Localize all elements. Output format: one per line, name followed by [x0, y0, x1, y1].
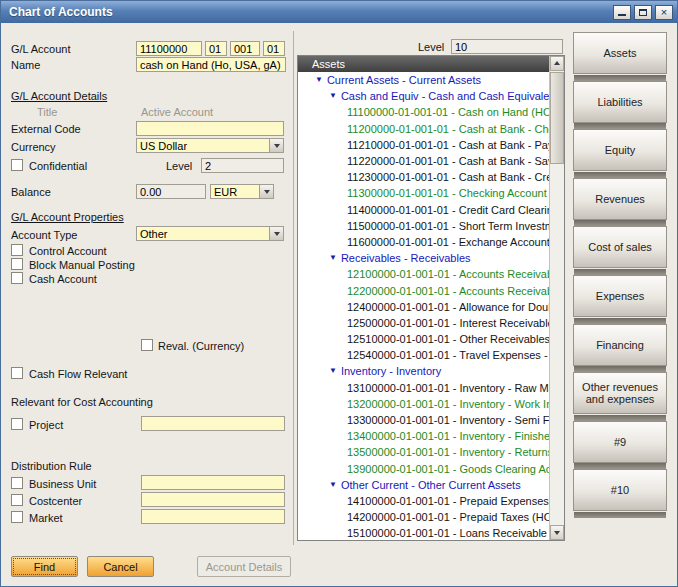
currency-select[interactable]: US Dollar [136, 138, 284, 153]
collapse-arrow-icon[interactable]: ▼ [329, 91, 337, 101]
gl-account-segment-4[interactable] [263, 41, 285, 56]
close-icon: × [661, 7, 667, 18]
account-type-dropdown-button[interactable] [269, 227, 283, 240]
cancel-button[interactable]: Cancel [87, 556, 154, 577]
tree-category-row[interactable]: ▼Current Assets - Current Assets [299, 72, 549, 88]
tree-account-row[interactable]: 12100000-01-001-01 - Accounts Receivable… [299, 266, 549, 282]
tree-account-row[interactable]: 14200000-01-001-01 - Prepaid Taxes (HO, … [299, 509, 549, 525]
drawer-cell: Other revenues and expenses [573, 372, 667, 421]
drawer-button-equity[interactable]: Equity [573, 129, 667, 171]
tree-item-label: Inventory - Inventory [341, 365, 441, 377]
tree-account-row[interactable]: 11600000-01-001-01 - Exchange Account (H [299, 234, 549, 250]
account-tree-rows: ▼Current Assets - Current Assets▼Cash an… [299, 72, 549, 539]
project-checkbox[interactable] [11, 418, 23, 430]
drawer-button-9[interactable]: #9 [573, 421, 667, 463]
project-input[interactable] [141, 416, 285, 431]
tree-account-row[interactable]: 13100000-01-001-01 - Inventory - Raw Mat… [299, 380, 549, 396]
tree-account-row[interactable]: 11300000-01-001-01 - Checking Account Cl… [299, 185, 549, 201]
tree-category-row[interactable]: ▼Receivables - Receivables [299, 250, 549, 266]
drawer-button-other-revenues-and-expenses[interactable]: Other revenues and expenses [573, 372, 667, 414]
tree-account-row[interactable]: 11400000-01-001-01 - Credit Card Clearin… [299, 202, 549, 218]
drawer-button-liabilities[interactable]: Liabilities [573, 81, 667, 123]
collapse-arrow-icon[interactable]: ▼ [329, 366, 337, 376]
drawer-button-financing[interactable]: Financing [573, 324, 667, 366]
drawer-cell: #9 [573, 421, 667, 470]
project-label: Project [29, 419, 63, 432]
scroll-down-button[interactable] [550, 525, 564, 540]
minimize-button[interactable] [613, 5, 631, 20]
tree-account-row[interactable]: 12200000-01-001-01 - Accounts Receivable… [299, 282, 549, 298]
tree-item-label: 13500000-01-001-01 - Inventory - Returns… [347, 446, 549, 458]
tree-account-row[interactable]: 12400000-01-001-01 - Allowance for Doubt… [299, 299, 549, 315]
costcenter-checkbox[interactable] [11, 494, 23, 506]
tree-account-row[interactable]: 13200000-01-001-01 - Inventory - Work In [299, 396, 549, 412]
tree-account-row[interactable]: 11210000-01-001-01 - Cash at Bank - Payr… [299, 137, 549, 153]
distribution-rule-header: Distribution Rule [11, 460, 92, 473]
tree-account-row[interactable]: 13500000-01-001-01 - Inventory - Returns… [299, 444, 549, 460]
balance-currency-select[interactable]: EUR [210, 184, 274, 199]
account-details-button[interactable]: Account Details [197, 556, 291, 577]
block-manual-posting-checkbox[interactable] [11, 258, 23, 270]
gl-account-segment-3[interactable] [230, 41, 260, 56]
tree-item-label: Receivables - Receivables [341, 252, 471, 264]
restore-button[interactable] [634, 5, 652, 20]
external-code-input[interactable] [136, 121, 284, 136]
business-unit-input[interactable] [141, 475, 285, 490]
balance-currency-dropdown-button[interactable] [259, 185, 273, 198]
drawer-button-assets[interactable]: Assets [573, 32, 667, 74]
balance-currency-value: EUR [211, 185, 259, 198]
drawer-button-cost-of-sales[interactable]: Cost of sales [573, 226, 667, 268]
cash-flow-relevant-checkbox[interactable] [11, 367, 23, 379]
balance-input[interactable] [136, 184, 206, 199]
tree-account-row[interactable]: 11220000-01-001-01 - Cash at Bank - Savi… [299, 153, 549, 169]
tree-level-input[interactable] [451, 39, 563, 54]
tree-account-row[interactable]: 11230000-01-001-01 - Cash at Bank - Cred… [299, 169, 549, 185]
tree-account-row[interactable]: 12510000-01-001-01 - Other Receivables (… [299, 331, 549, 347]
drawer-panel: AssetsLiabilitiesEquityRevenuesCost of s… [573, 32, 667, 518]
tree-account-row[interactable]: 14100000-01-001-01 - Prepaid Expenses (H… [299, 493, 549, 509]
tree-category-row[interactable]: ▼Cash and Equiv - Cash and Cash Equivale… [299, 88, 549, 104]
drawer-button-expenses[interactable]: Expenses [573, 275, 667, 317]
tree-scrollbar[interactable] [549, 56, 564, 540]
tree-account-row[interactable]: 11200000-01-001-01 - Cash at Bank - Chec… [299, 121, 549, 137]
tree-account-row[interactable]: 13400000-01-001-01 - Inventory - Finishe… [299, 428, 549, 444]
close-button[interactable]: × [655, 5, 673, 20]
costcenter-input[interactable] [141, 492, 285, 507]
drawer-button-revenues[interactable]: Revenues [573, 178, 667, 220]
collapse-arrow-icon[interactable]: ▼ [315, 75, 323, 85]
market-input[interactable] [141, 509, 285, 524]
control-account-checkbox[interactable] [11, 244, 23, 256]
tree-account-row[interactable]: 12500000-01-001-01 - Interest Receivable… [299, 315, 549, 331]
tree-account-row[interactable]: 11500000-01-001-01 - Short Term Investme… [299, 218, 549, 234]
tree-item-label: 14100000-01-001-01 - Prepaid Expenses (H… [347, 495, 549, 507]
tree-account-row[interactable]: 12540000-01-001-01 - Travel Expenses - A… [299, 347, 549, 363]
gl-account-segment-2[interactable] [205, 41, 227, 56]
name-input[interactable] [136, 57, 286, 72]
chart-of-accounts-window: Chart of Accounts × G/L Account Name G/L… [0, 0, 678, 587]
market-checkbox[interactable] [11, 511, 23, 523]
tree-account-row[interactable]: 11100000-01-001-01 - Cash on Hand (HO, U [299, 104, 549, 120]
account-type-select[interactable]: Other [136, 226, 284, 241]
tree-account-row[interactable]: 13900000-01-001-01 - Goods Clearing Acco… [299, 461, 549, 477]
tree-account-row[interactable]: 13300000-01-001-01 - Inventory - Semi Fi… [299, 412, 549, 428]
chevron-down-icon [264, 190, 270, 197]
tree-category-row[interactable]: ▼Inventory - Inventory [299, 363, 549, 379]
find-button[interactable]: Find [11, 556, 78, 577]
confidential-checkbox[interactable] [11, 159, 23, 171]
scroll-up-icon [554, 58, 560, 65]
scrollbar-thumb[interactable] [550, 72, 564, 164]
tree-category-row[interactable]: ▼Other Current - Other Current Assets [299, 477, 549, 493]
cash-account-checkbox[interactable] [11, 272, 23, 284]
currency-dropdown-button[interactable] [269, 139, 283, 152]
gl-account-segment-1[interactable] [136, 41, 202, 56]
control-account-label: Control Account [29, 245, 107, 258]
drawer-button-10[interactable]: #10 [573, 469, 667, 511]
reval-currency-checkbox[interactable] [141, 339, 153, 351]
scroll-up-button[interactable] [550, 56, 564, 71]
collapse-arrow-icon[interactable]: ▼ [329, 480, 337, 490]
tree-account-row[interactable]: 15100000-01-001-01 - Loans Receivable - … [299, 525, 549, 539]
collapse-arrow-icon[interactable]: ▼ [329, 253, 337, 263]
business-unit-checkbox[interactable] [11, 477, 23, 489]
external-code-label: External Code [11, 123, 81, 136]
level-input[interactable] [201, 158, 284, 173]
